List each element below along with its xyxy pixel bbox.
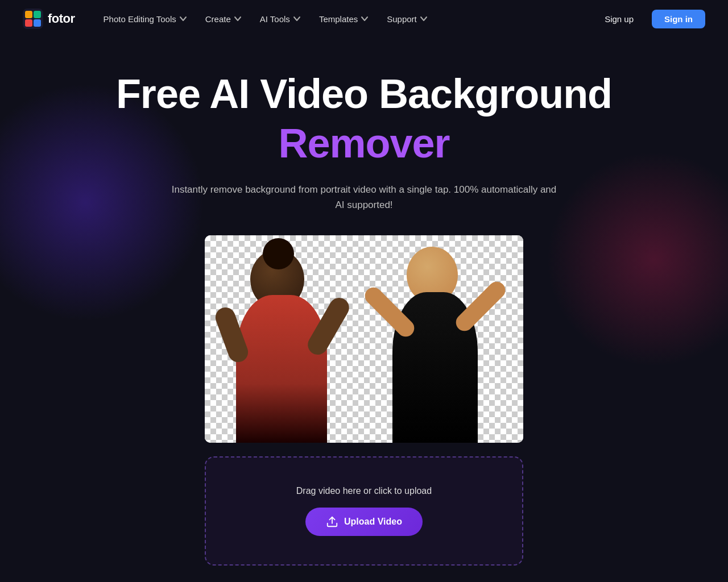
hair-bun (263, 238, 294, 269)
nav-links: Photo Editing Tools Create AI Tools Temp… (96, 10, 594, 28)
chevron-down-icon (361, 15, 369, 23)
upload-icon (326, 516, 338, 528)
chevron-down-icon (293, 15, 301, 23)
person-left-body (236, 295, 327, 443)
logo[interactable]: fotor (23, 9, 75, 29)
navbar: fotor Photo Editing Tools Create AI Tool… (0, 0, 728, 38)
hero-subtitle: Instantly remove background from portrai… (171, 182, 557, 213)
upload-button[interactable]: Upload Video (305, 508, 423, 536)
nav-item-ai-tools[interactable]: AI Tools (252, 10, 309, 28)
fotor-logo-icon (23, 9, 43, 29)
upload-zone[interactable]: Drag video here or click to upload Uploa… (205, 456, 523, 566)
figure-left (228, 250, 341, 443)
hero-title: Free AI Video Background Remover (116, 72, 612, 168)
signin-button[interactable]: Sign in (652, 10, 705, 28)
svg-rect-4 (34, 19, 41, 27)
nav-item-support[interactable]: Support (379, 10, 436, 28)
hero-section: Free AI Video Background Remover Instant… (0, 38, 728, 566)
nav-item-photo-editing[interactable]: Photo Editing Tools (96, 10, 195, 28)
nav-item-create[interactable]: Create (197, 10, 250, 28)
svg-rect-2 (34, 11, 41, 18)
upload-drag-text: Drag video here or click to upload (296, 486, 432, 496)
figure-right (384, 247, 489, 443)
chevron-down-icon (234, 15, 242, 23)
svg-rect-1 (25, 11, 32, 18)
logo-text: fotor (48, 11, 75, 26)
svg-rect-3 (25, 19, 32, 27)
preview-image (205, 235, 523, 443)
preview-container (205, 235, 523, 443)
signup-button[interactable]: Sign up (593, 10, 645, 28)
chevron-down-icon (179, 15, 187, 23)
bg-glow-right (546, 151, 728, 367)
nav-item-templates[interactable]: Templates (311, 10, 377, 28)
nav-actions: Sign up Sign in (593, 10, 705, 28)
chevron-down-icon (420, 15, 428, 23)
hero-title-line2: Remover (116, 119, 612, 168)
